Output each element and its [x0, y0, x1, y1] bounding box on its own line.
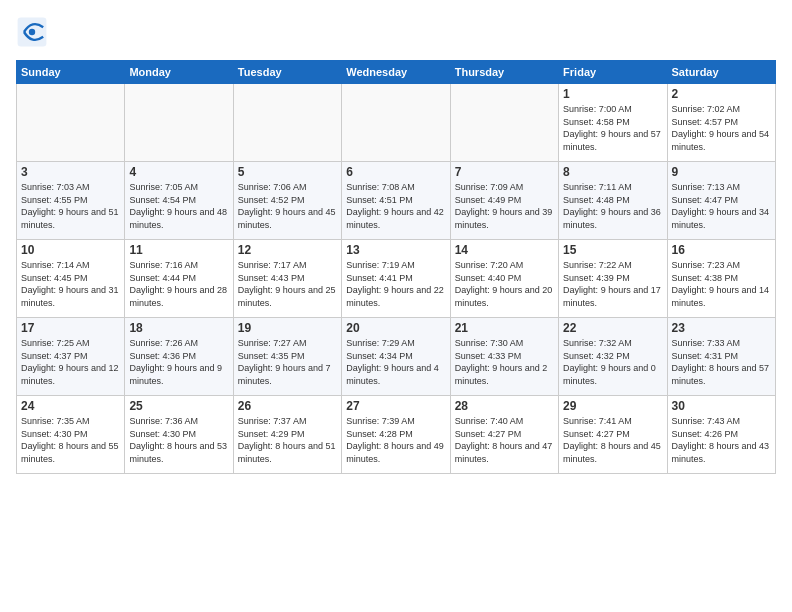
day-info: Sunrise: 7:08 AM Sunset: 4:51 PM Dayligh…	[346, 181, 445, 231]
day-number: 12	[238, 243, 337, 257]
day-number: 25	[129, 399, 228, 413]
day-number: 20	[346, 321, 445, 335]
day-info: Sunrise: 7:40 AM Sunset: 4:27 PM Dayligh…	[455, 415, 554, 465]
day-cell: 27Sunrise: 7:39 AM Sunset: 4:28 PM Dayli…	[342, 396, 450, 474]
day-cell: 15Sunrise: 7:22 AM Sunset: 4:39 PM Dayli…	[559, 240, 667, 318]
day-number: 21	[455, 321, 554, 335]
day-info: Sunrise: 7:02 AM Sunset: 4:57 PM Dayligh…	[672, 103, 771, 153]
week-row-1: 1Sunrise: 7:00 AM Sunset: 4:58 PM Daylig…	[17, 84, 776, 162]
day-cell: 17Sunrise: 7:25 AM Sunset: 4:37 PM Dayli…	[17, 318, 125, 396]
day-cell: 7Sunrise: 7:09 AM Sunset: 4:49 PM Daylig…	[450, 162, 558, 240]
day-cell: 19Sunrise: 7:27 AM Sunset: 4:35 PM Dayli…	[233, 318, 341, 396]
day-number: 15	[563, 243, 662, 257]
day-number: 11	[129, 243, 228, 257]
day-info: Sunrise: 7:05 AM Sunset: 4:54 PM Dayligh…	[129, 181, 228, 231]
week-row-2: 3Sunrise: 7:03 AM Sunset: 4:55 PM Daylig…	[17, 162, 776, 240]
day-cell: 10Sunrise: 7:14 AM Sunset: 4:45 PM Dayli…	[17, 240, 125, 318]
day-cell: 11Sunrise: 7:16 AM Sunset: 4:44 PM Dayli…	[125, 240, 233, 318]
day-cell: 2Sunrise: 7:02 AM Sunset: 4:57 PM Daylig…	[667, 84, 775, 162]
day-info: Sunrise: 7:00 AM Sunset: 4:58 PM Dayligh…	[563, 103, 662, 153]
day-cell: 16Sunrise: 7:23 AM Sunset: 4:38 PM Dayli…	[667, 240, 775, 318]
day-number: 18	[129, 321, 228, 335]
day-cell	[17, 84, 125, 162]
day-cell: 22Sunrise: 7:32 AM Sunset: 4:32 PM Dayli…	[559, 318, 667, 396]
day-number: 16	[672, 243, 771, 257]
day-cell: 6Sunrise: 7:08 AM Sunset: 4:51 PM Daylig…	[342, 162, 450, 240]
col-header-thursday: Thursday	[450, 61, 558, 84]
day-cell: 14Sunrise: 7:20 AM Sunset: 4:40 PM Dayli…	[450, 240, 558, 318]
day-cell: 5Sunrise: 7:06 AM Sunset: 4:52 PM Daylig…	[233, 162, 341, 240]
day-cell: 30Sunrise: 7:43 AM Sunset: 4:26 PM Dayli…	[667, 396, 775, 474]
day-number: 9	[672, 165, 771, 179]
day-number: 13	[346, 243, 445, 257]
day-cell: 24Sunrise: 7:35 AM Sunset: 4:30 PM Dayli…	[17, 396, 125, 474]
day-info: Sunrise: 7:35 AM Sunset: 4:30 PM Dayligh…	[21, 415, 120, 465]
day-number: 24	[21, 399, 120, 413]
day-number: 29	[563, 399, 662, 413]
col-header-tuesday: Tuesday	[233, 61, 341, 84]
header	[16, 16, 776, 48]
day-number: 19	[238, 321, 337, 335]
day-info: Sunrise: 7:27 AM Sunset: 4:35 PM Dayligh…	[238, 337, 337, 387]
day-info: Sunrise: 7:23 AM Sunset: 4:38 PM Dayligh…	[672, 259, 771, 309]
col-header-sunday: Sunday	[17, 61, 125, 84]
day-info: Sunrise: 7:17 AM Sunset: 4:43 PM Dayligh…	[238, 259, 337, 309]
day-info: Sunrise: 7:26 AM Sunset: 4:36 PM Dayligh…	[129, 337, 228, 387]
day-number: 26	[238, 399, 337, 413]
day-cell	[450, 84, 558, 162]
day-info: Sunrise: 7:32 AM Sunset: 4:32 PM Dayligh…	[563, 337, 662, 387]
day-cell: 20Sunrise: 7:29 AM Sunset: 4:34 PM Dayli…	[342, 318, 450, 396]
day-number: 30	[672, 399, 771, 413]
day-cell	[233, 84, 341, 162]
day-info: Sunrise: 7:20 AM Sunset: 4:40 PM Dayligh…	[455, 259, 554, 309]
col-header-friday: Friday	[559, 61, 667, 84]
day-info: Sunrise: 7:13 AM Sunset: 4:47 PM Dayligh…	[672, 181, 771, 231]
day-number: 17	[21, 321, 120, 335]
col-header-saturday: Saturday	[667, 61, 775, 84]
day-cell: 18Sunrise: 7:26 AM Sunset: 4:36 PM Dayli…	[125, 318, 233, 396]
day-info: Sunrise: 7:33 AM Sunset: 4:31 PM Dayligh…	[672, 337, 771, 387]
day-number: 22	[563, 321, 662, 335]
day-info: Sunrise: 7:37 AM Sunset: 4:29 PM Dayligh…	[238, 415, 337, 465]
day-info: Sunrise: 7:22 AM Sunset: 4:39 PM Dayligh…	[563, 259, 662, 309]
day-number: 2	[672, 87, 771, 101]
day-info: Sunrise: 7:30 AM Sunset: 4:33 PM Dayligh…	[455, 337, 554, 387]
day-number: 14	[455, 243, 554, 257]
day-number: 3	[21, 165, 120, 179]
day-number: 6	[346, 165, 445, 179]
day-info: Sunrise: 7:14 AM Sunset: 4:45 PM Dayligh…	[21, 259, 120, 309]
day-number: 8	[563, 165, 662, 179]
day-info: Sunrise: 7:39 AM Sunset: 4:28 PM Dayligh…	[346, 415, 445, 465]
day-info: Sunrise: 7:43 AM Sunset: 4:26 PM Dayligh…	[672, 415, 771, 465]
day-number: 10	[21, 243, 120, 257]
day-cell: 3Sunrise: 7:03 AM Sunset: 4:55 PM Daylig…	[17, 162, 125, 240]
week-row-5: 24Sunrise: 7:35 AM Sunset: 4:30 PM Dayli…	[17, 396, 776, 474]
col-header-monday: Monday	[125, 61, 233, 84]
day-cell: 1Sunrise: 7:00 AM Sunset: 4:58 PM Daylig…	[559, 84, 667, 162]
day-info: Sunrise: 7:11 AM Sunset: 4:48 PM Dayligh…	[563, 181, 662, 231]
day-number: 4	[129, 165, 228, 179]
day-cell: 13Sunrise: 7:19 AM Sunset: 4:41 PM Dayli…	[342, 240, 450, 318]
week-row-4: 17Sunrise: 7:25 AM Sunset: 4:37 PM Dayli…	[17, 318, 776, 396]
page: SundayMondayTuesdayWednesdayThursdayFrid…	[0, 0, 792, 612]
day-cell	[342, 84, 450, 162]
calendar-header-row: SundayMondayTuesdayWednesdayThursdayFrid…	[17, 61, 776, 84]
day-cell: 28Sunrise: 7:40 AM Sunset: 4:27 PM Dayli…	[450, 396, 558, 474]
logo	[16, 16, 52, 48]
calendar-table: SundayMondayTuesdayWednesdayThursdayFrid…	[16, 60, 776, 474]
day-cell: 8Sunrise: 7:11 AM Sunset: 4:48 PM Daylig…	[559, 162, 667, 240]
col-header-wednesday: Wednesday	[342, 61, 450, 84]
day-info: Sunrise: 7:36 AM Sunset: 4:30 PM Dayligh…	[129, 415, 228, 465]
logo-icon	[16, 16, 48, 48]
day-number: 27	[346, 399, 445, 413]
day-info: Sunrise: 7:19 AM Sunset: 4:41 PM Dayligh…	[346, 259, 445, 309]
day-info: Sunrise: 7:29 AM Sunset: 4:34 PM Dayligh…	[346, 337, 445, 387]
day-info: Sunrise: 7:16 AM Sunset: 4:44 PM Dayligh…	[129, 259, 228, 309]
week-row-3: 10Sunrise: 7:14 AM Sunset: 4:45 PM Dayli…	[17, 240, 776, 318]
day-cell: 4Sunrise: 7:05 AM Sunset: 4:54 PM Daylig…	[125, 162, 233, 240]
day-info: Sunrise: 7:09 AM Sunset: 4:49 PM Dayligh…	[455, 181, 554, 231]
day-number: 5	[238, 165, 337, 179]
day-number: 23	[672, 321, 771, 335]
day-info: Sunrise: 7:03 AM Sunset: 4:55 PM Dayligh…	[21, 181, 120, 231]
day-info: Sunrise: 7:25 AM Sunset: 4:37 PM Dayligh…	[21, 337, 120, 387]
